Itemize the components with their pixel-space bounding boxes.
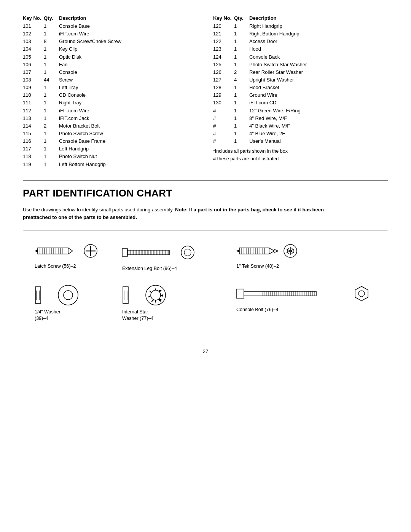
table-row: 106 1 Fan (23, 61, 198, 69)
row-keyno: 123 (213, 45, 234, 53)
pic-desc-normal: Use the drawings below to identify small… (23, 207, 175, 212)
row-keyno: # (213, 137, 234, 145)
header-desc-right: Description (249, 15, 388, 21)
row-qty: 1 (44, 84, 59, 91)
pic-item-star-washer: Internal Star Washer (77)–4 (122, 284, 236, 322)
svg-point-74 (64, 291, 73, 300)
left-rows: 101 1 Console Base 102 1 iFIT.com Wire 1… (23, 22, 198, 168)
row-qty: 1 (44, 137, 59, 145)
row-keyno: # (213, 130, 234, 137)
row-desc: 8" Red Wire, M/F (249, 115, 388, 122)
row-keyno: 113 (23, 115, 44, 122)
row-qty: 1 (44, 99, 59, 107)
row-keyno: 105 (23, 53, 44, 61)
svg-rect-18 (127, 250, 169, 255)
row-keyno: 129 (213, 91, 234, 99)
row-desc: Console Base (59, 22, 198, 30)
row-qty: 1 (44, 115, 59, 122)
table-row: 128 1 Hood Bracket (213, 84, 388, 91)
latch-screw-icon-group (35, 241, 98, 261)
table-row: # 1 4" Black Wire, M/F (213, 122, 388, 130)
row-desc: iFIT.com CD (249, 99, 388, 107)
svg-line-62 (274, 251, 278, 252)
row-desc: Access Door (249, 38, 388, 45)
row-desc: Right Tray (59, 99, 198, 107)
row-desc: iFIT.com Jack (59, 115, 198, 122)
row-keyno: 121 (213, 30, 234, 38)
table-row: 114 2 Motor Bracket Bolt (23, 122, 198, 130)
washer-label: 1/4" Washer (39)–4 (35, 309, 61, 322)
table-row: 119 1 Left Bottom Handgrip (23, 161, 198, 168)
row-keyno: 120 (213, 22, 234, 30)
washer-side-svg (35, 284, 54, 307)
row-desc: Motor Bracket Bolt (59, 122, 198, 130)
svg-rect-80 (236, 289, 244, 298)
row-qty: 1 (234, 130, 249, 137)
row-qty: 1 (234, 61, 249, 69)
row-keyno: 115 (23, 130, 44, 137)
row-qty: 2 (44, 122, 59, 130)
washer-face-svg (57, 284, 79, 306)
table-row: 130 1 iFIT.com CD (213, 99, 388, 107)
row-qty: 1 (44, 145, 59, 153)
table-row: 115 1 Photo Switch Screw (23, 130, 198, 137)
row-qty: 1 (44, 30, 59, 38)
row-desc: iFIT.com Wire (59, 30, 198, 38)
row-qty: 1 (234, 99, 249, 107)
parts-column-left: Key No. Qty. Description 101 1 Console B… (23, 15, 198, 168)
row-keyno: 130 (213, 99, 234, 107)
pic-top-row: Latch Screw (56)–2 (35, 241, 376, 272)
row-keyno: 124 (213, 53, 234, 61)
pic-title: Part Identification Chart (23, 187, 388, 199)
note-line: *Includes all parts shown in the box (213, 147, 388, 155)
row-desc: 4" Blue Wire, 2F (249, 130, 388, 137)
console-bolt-label: Console Bolt (76)–4 (236, 307, 278, 313)
row-keyno: # (213, 107, 234, 115)
header-desc-left: Description (59, 15, 198, 21)
row-qty: 1 (234, 107, 249, 115)
row-desc: Left Bottom Handgrip (59, 161, 198, 168)
row-qty: 1 (44, 22, 59, 30)
row-desc: Photo Switch Nut (59, 153, 198, 160)
row-qty: 44 (44, 76, 59, 84)
console-bolt-svg (236, 284, 350, 304)
table-row: 107 1 Console (23, 69, 198, 76)
row-desc: iFIT.com Wire (59, 107, 198, 115)
row-keyno: 114 (23, 122, 44, 130)
table-row: 103 8 Ground Screw/Choke Screw (23, 38, 198, 45)
row-keyno: 128 (213, 84, 234, 91)
table-row: 116 1 Console Base Frame (23, 137, 198, 145)
svg-point-79 (151, 290, 161, 300)
latch-screw-head-svg (83, 244, 98, 258)
row-desc: Key Clip (59, 45, 198, 53)
row-keyno: 112 (23, 107, 44, 115)
pic-description: Use the drawings below to identify small… (23, 206, 350, 222)
row-desc: Console Base Frame (59, 137, 198, 145)
table-row: 108 44 Screw (23, 76, 198, 84)
table-row: 110 1 CD Console (23, 91, 198, 99)
header-qty-left: Qty. (44, 15, 59, 21)
star-washer-icon-group (122, 284, 166, 307)
row-qty: 1 (234, 22, 249, 30)
row-desc: Right Bottom Handgrip (249, 30, 388, 38)
pic-item-latch-screw: Latch Screw (56)–2 (35, 241, 122, 270)
header-keyno-left: Key No. (23, 15, 44, 21)
star-washer-label: Internal Star Washer (77)–4 (122, 309, 153, 322)
row-desc: Rear Roller Star Washer (249, 69, 388, 76)
row-keyno: # (213, 115, 234, 122)
table-row: 127 4 Upright Star Washer (213, 76, 388, 84)
row-desc: Right Handgrip (249, 22, 388, 30)
pic-box: Latch Screw (56)–2 (23, 230, 388, 333)
row-qty: 1 (44, 91, 59, 99)
table-row: 118 1 Photo Switch Nut (23, 153, 198, 160)
row-keyno: 111 (23, 99, 44, 107)
row-desc: Screw (59, 76, 198, 84)
row-qty: 1 (44, 161, 59, 168)
washer-icon-group (35, 284, 79, 307)
row-keyno: 101 (23, 22, 44, 30)
row-qty: 1 (44, 69, 59, 76)
row-desc: Ground Screw/Choke Screw (59, 38, 198, 45)
table-row: 112 1 iFIT.com Wire (23, 107, 198, 115)
row-desc: Fan (59, 61, 198, 69)
table-row: 117 1 Left Handgrip (23, 145, 198, 153)
